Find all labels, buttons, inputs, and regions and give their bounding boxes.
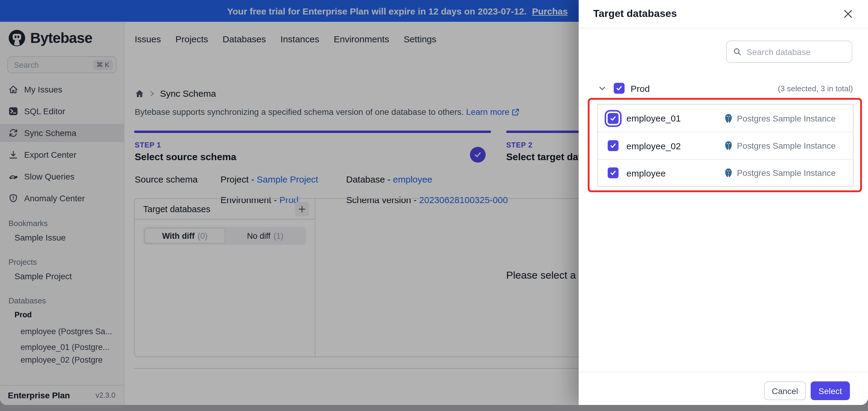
database-name: employee_02 (626, 141, 681, 151)
database-search[interactable] (726, 40, 852, 63)
database-name: employee (626, 168, 665, 178)
instance-name: Postgres Sample Instance (737, 141, 836, 150)
app-stage: Your free trial for Enterprise Plan will… (0, 0, 868, 411)
cancel-button[interactable]: Cancel (764, 381, 806, 400)
selection-summary: (3 selected, 3 in total) (778, 84, 853, 93)
drawer-footer: Cancel Select (579, 372, 868, 405)
instance-name: Postgres Sample Instance (737, 168, 836, 178)
app-window: Your free trial for Enterprise Plan will… (0, 0, 868, 405)
postgres-icon (724, 113, 733, 123)
database-row-employee[interactable]: employee Postgres Sample Instance (598, 159, 853, 186)
postgres-icon (724, 141, 733, 150)
database-search-input[interactable] (747, 47, 846, 57)
database-row-employee-02[interactable]: employee_02 Postgres Sample Instance (598, 132, 853, 159)
database-list: employee_01 Postgres Sample Instance emp… (597, 104, 854, 187)
employee-checkbox[interactable] (608, 168, 619, 178)
prod-checkbox[interactable] (614, 83, 625, 94)
target-databases-drawer: Target databases Prod (3 selected, 3 in … (579, 0, 868, 405)
drawer-title: Target databases (593, 8, 677, 20)
environment-group-row[interactable]: Prod (3 selected, 3 in total) (597, 80, 853, 97)
select-button[interactable]: Select (811, 381, 850, 400)
postgres-icon (724, 168, 733, 178)
employee-01-checkbox[interactable] (608, 113, 619, 124)
close-icon[interactable] (843, 8, 854, 19)
database-name: employee_01 (626, 113, 681, 123)
group-name: Prod (630, 83, 650, 93)
chevron-down-icon[interactable] (598, 84, 607, 92)
database-row-employee-01[interactable]: employee_01 Postgres Sample Instance (598, 105, 853, 132)
employee-02-checkbox[interactable] (608, 140, 619, 151)
instance-name: Postgres Sample Instance (737, 113, 836, 123)
search-icon (733, 47, 742, 56)
